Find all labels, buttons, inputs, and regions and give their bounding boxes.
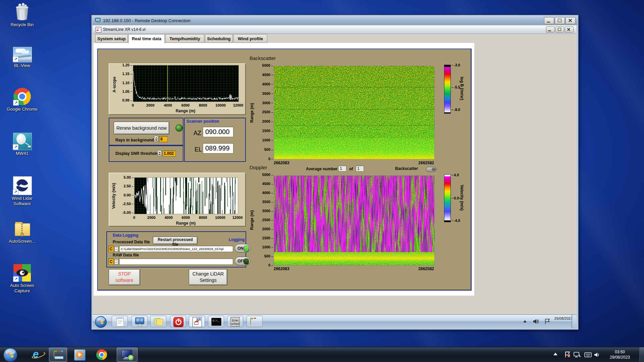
tab-real-time-data[interactable]: Real time data [128, 34, 165, 44]
doppler-cbar-tick: 4.0 [451, 173, 459, 177]
app-title-bar[interactable]: StreamLine XR v14-6.vi [93, 25, 576, 34]
host-clock-time: 03:50 [604, 349, 636, 355]
rdp-close-button[interactable] [566, 17, 576, 24]
backscatter-doppler-toggle[interactable] [426, 167, 437, 172]
backscatter-plot[interactable] [274, 66, 435, 160]
raw-drive-button[interactable]: C [108, 258, 114, 265]
rdp-minimize-button[interactable] [544, 17, 554, 24]
processed-data-file-label: Processed Data file [113, 240, 150, 244]
host-keyboard-icon[interactable] [584, 352, 592, 358]
remote-tray-expand-icon[interactable] [523, 320, 527, 322]
remote-taskbar-stop-power-button[interactable] [170, 316, 186, 327]
host-clock[interactable]: 03:50 29/08/2023 [604, 349, 636, 360]
tab-temp-humidity[interactable]: Temp/humidity [165, 34, 204, 43]
remote-taskbar-display-settings-button[interactable] [131, 316, 148, 327]
desktop-icon-wind-lidar[interactable]: ↗ Wind Lidar Software [3, 176, 41, 206]
raw-logging-off-switch[interactable]: OFF [235, 257, 250, 265]
snr-spinner[interactable] [157, 150, 162, 157]
raw-path-field[interactable] [119, 258, 233, 265]
desktop-icon-mw41[interactable]: ↗ MW41 [3, 133, 41, 156]
host-action-center-flag-icon[interactable] [564, 351, 571, 358]
rays-value[interactable]: 8 [159, 136, 168, 142]
backscatter-ylabel: Range (m) [250, 100, 254, 126]
app-restore-button[interactable] [555, 26, 564, 33]
backscatter-title: Backscatter [250, 55, 276, 61]
wind-lidar-icon: ↗ [13, 176, 31, 194]
vi-file-icon [96, 27, 101, 33]
remote-desktop-window: 192.168.0.150 - Remote Desktop Connectio… [91, 15, 579, 330]
processed-drive-button[interactable]: C [108, 246, 114, 252]
remote-taskbar-scan-scheduler-button[interactable]: Scan sched [227, 316, 243, 327]
processed-path-field[interactable]: C:\Lidar\Data\Proc\2023\202308\20230829\… [119, 246, 233, 252]
auto-screen-capture-icon: ↗ [13, 264, 31, 282]
el-label: EL [195, 146, 202, 153]
host-start-button[interactable] [3, 348, 17, 362]
host-show-desktop-button[interactable] [639, 347, 644, 362]
restart-processed-file-button[interactable]: Restart processed file [153, 237, 198, 244]
tab-scheduling[interactable]: Scheduling [205, 34, 233, 43]
app-minimize-button[interactable] [546, 26, 555, 33]
processed-logging-on-switch[interactable]: ON [235, 244, 250, 253]
change-lidar-settings-button[interactable]: Change LiDAR Settings [189, 269, 227, 285]
rays-spinner[interactable] [154, 136, 158, 142]
scanner-position-box: Scanner position AZ 090.000 EL 089.999 [184, 118, 246, 162]
average-number-field[interactable]: 1 [338, 166, 346, 172]
shortcut-arrow-icon: ↗ [13, 144, 18, 150]
data-logging-box: Data Logging Processed Data file Restart… [106, 231, 246, 267]
renew-background-button[interactable]: Renew background now [114, 122, 169, 134]
desktop-icon-recycle-bin[interactable]: Recycle Bin [3, 3, 41, 27]
rdp-monitor-icon [95, 18, 101, 23]
rdp-title-bar[interactable]: 192.168.0.150 - Remote Desktop Connectio… [92, 16, 578, 25]
average-total-field[interactable]: 1 [356, 166, 364, 172]
desktop-icon-label: Google Chrome [3, 107, 41, 112]
desktop-icon-autoscreen-zip[interactable]: AutoScreen... [3, 221, 41, 244]
desktop-icon-google-chrome[interactable]: ↗ Google Chrome [3, 88, 41, 112]
host-taskbar-chrome-button[interactable] [93, 348, 111, 362]
rdp-maximize-button[interactable] [555, 17, 565, 24]
backscatter-cbar-tick: -8.0 [451, 108, 460, 112]
rdp-badge-icon: ⇄ [128, 355, 134, 361]
host-tray-expand-icon[interactable] [553, 353, 557, 355]
doppler-title: Doppler [250, 165, 267, 170]
remote-taskbar-notepad-button[interactable] [112, 316, 128, 327]
stop-software-button[interactable]: STOP software [109, 269, 140, 285]
desktop-icon-auto-screen-capture[interactable]: ↗ Auto Screen Capture [3, 264, 41, 294]
doppler-plot[interactable] [274, 175, 435, 265]
host-taskbar-explorer-button[interactable] [49, 348, 67, 362]
remote-show-desktop-button[interactable] [572, 315, 577, 328]
host-taskbar-wmp-button[interactable] [70, 348, 89, 362]
tab-wind-profile[interactable]: Wind profile [233, 34, 267, 43]
desktop-icon-label: Wind Lidar Software [3, 196, 41, 206]
remote-action-center-flag-icon[interactable] [544, 318, 551, 324]
a-scope-plot[interactable] [133, 65, 239, 102]
background-controls-box: Renew background now Rays in background … [109, 118, 183, 145]
host-taskbar-ie-button[interactable]: e [29, 348, 47, 362]
az-value-field[interactable]: 090.000 [203, 127, 233, 137]
desktop-icon-label: Auto Screen Capture [3, 283, 41, 294]
backscatter-toggle-label: Backscatter [395, 166, 418, 171]
tab-system-setup[interactable]: System setup [95, 34, 128, 43]
host-network-icon[interactable] [574, 352, 582, 358]
remote-taskbar-command-prompt-button[interactable]: C:\_ [208, 316, 224, 327]
a-scope-ylabel: A-scope [112, 73, 117, 96]
a-scope-xlabel: Range (m) [133, 109, 238, 113]
remote-volume-icon[interactable] [533, 318, 539, 324]
velocity-plot[interactable] [134, 177, 238, 214]
remote-taskbar-streamline-xr-button[interactable]: XR [189, 316, 205, 327]
doppler-cbar-label: Velocity (m/s) [460, 178, 464, 218]
el-value-field[interactable]: 089.999 [203, 143, 233, 154]
host-clock-date: 29/08/2023 [604, 355, 636, 360]
host-volume-icon[interactable] [594, 352, 600, 358]
snr-threshold-label: Display SNR threshold [115, 151, 159, 156]
desktop-icon-bl-view[interactable]: ↗ BL-View [3, 45, 41, 68]
backscatter-colorbar [444, 65, 451, 114]
remote-start-button[interactable] [95, 316, 107, 328]
remote-taskbar-folder-button[interactable] [247, 316, 263, 327]
host-taskbar-rdp-button[interactable]: ⇄ [117, 348, 138, 362]
backscatter-time-end: 2662582 [400, 161, 434, 165]
remote-clock[interactable]: 29/08/2023 [553, 316, 574, 327]
velocity-ylabel: Velocity (m/s) [111, 178, 116, 214]
app-close-button[interactable] [565, 26, 574, 33]
remote-taskbar-sticky-notes-button[interactable] [150, 316, 166, 327]
snr-value[interactable]: 1.002 [162, 150, 176, 157]
